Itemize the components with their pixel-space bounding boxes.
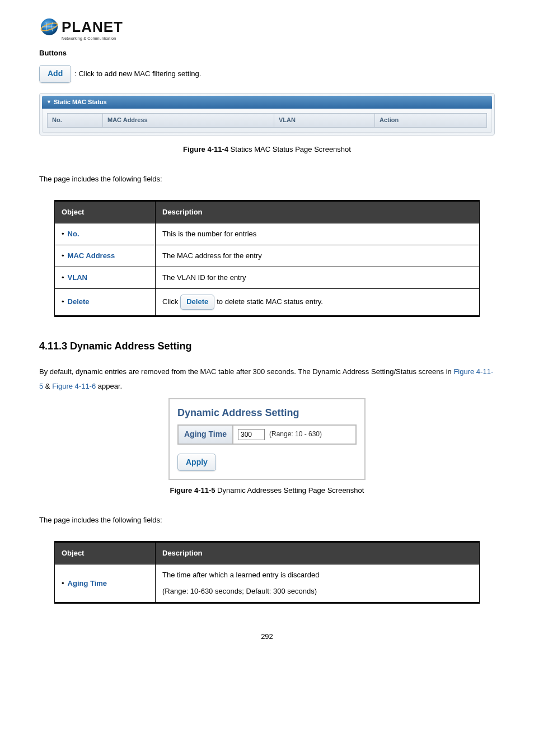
figure-caption-1: Figure 4-11-4 Statics MAC Status Page Sc…	[39, 144, 495, 155]
th-object: Object	[55, 200, 156, 223]
aging-time-range: (Range: 10 - 630)	[269, 430, 322, 439]
aging-time-input[interactable]	[238, 429, 265, 440]
table-row: •No. This is the number for entries	[55, 223, 480, 245]
static-mac-panel: ▼ Static MAC Status No. MAC Address VLAN…	[39, 93, 495, 136]
intro-text-1: The page includes the following fields:	[39, 174, 495, 185]
table-row: •MAC Address The MAC address for the ent…	[55, 245, 480, 267]
col-vlan: VLAN	[274, 113, 375, 127]
panel-title: Static MAC Status	[54, 98, 107, 106]
static-mac-table-header: No. MAC Address VLAN Action	[47, 113, 487, 127]
globe-icon	[39, 17, 59, 37]
fields-table-1: Object Description •No. This is the numb…	[54, 200, 480, 317]
add-button-desc: : Click to add new MAC filtering setting…	[74, 69, 201, 79]
apply-button[interactable]: Apply	[177, 454, 216, 472]
dynamic-address-setting-panel: Dynamic Address Setting Aging Time (Rang…	[168, 398, 366, 480]
table-row: •Aging Time The time after which a learn…	[55, 564, 480, 603]
add-button[interactable]: Add	[39, 65, 71, 83]
th-object: Object	[55, 542, 156, 564]
das-title: Dynamic Address Setting	[177, 406, 357, 420]
delete-button[interactable]: Delete	[180, 295, 214, 309]
figure-link-2[interactable]: Figure 4-11-6	[52, 382, 96, 390]
panel-header[interactable]: ▼ Static MAC Status	[42, 96, 492, 109]
brand-tagline: Networking & Communication	[62, 36, 495, 41]
col-action: Action	[375, 113, 487, 127]
th-description: Description	[156, 200, 480, 223]
col-mac: MAC Address	[103, 113, 274, 127]
aging-time-label: Aging Time	[179, 426, 233, 444]
col-no: No.	[47, 113, 103, 127]
table-row: •Delete Click Delete to delete static MA…	[55, 289, 480, 316]
chevron-down-icon: ▼	[46, 99, 51, 106]
table-row: •VLAN The VLAN ID for the entry	[55, 267, 480, 289]
brand-name: PLANET	[62, 17, 123, 37]
page-number: 292	[39, 632, 495, 642]
figure-caption-2: Figure 4-11-5 Dynamic Addresses Setting …	[39, 486, 495, 496]
brand-logo: PLANET Networking & Communication	[39, 17, 495, 41]
buttons-heading: Buttons	[39, 48, 495, 58]
th-description: Description	[156, 542, 480, 564]
section-paragraph: By default, dynamic entries are removed …	[39, 365, 495, 394]
fields-table-2: Object Description •Aging Time The time …	[54, 541, 480, 604]
section-heading: 4.11.3 Dynamic Address Setting	[39, 339, 495, 353]
intro-text-2: The page includes the following fields:	[39, 515, 495, 526]
